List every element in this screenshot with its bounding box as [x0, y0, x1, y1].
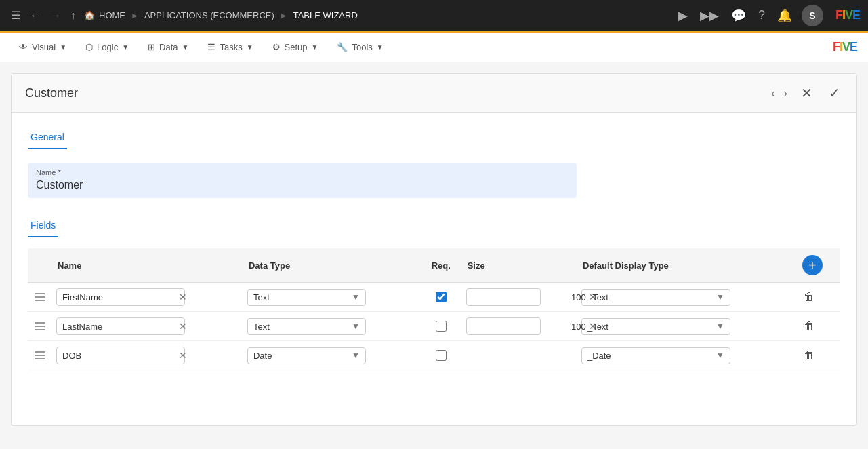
- data-type-select-wrapper: TextDateIntegerDecimalBoolean▼: [247, 347, 366, 364]
- fields-table-body: ✕TextDateIntegerDecimalBoolean▼✕_Text_Da…: [28, 283, 840, 370]
- display-type-select-wrapper: _Text_Date_Integer_Decimal▼: [581, 347, 730, 364]
- name-input[interactable]: [62, 351, 176, 361]
- delete-cell: 🗑: [797, 341, 840, 370]
- nav-tools-label: Tools: [352, 42, 372, 52]
- customer-form: Customer ‹ › ✕ ✓ General: [11, 73, 857, 426]
- name-clear-button[interactable]: ✕: [179, 321, 187, 332]
- nav-tasks[interactable]: ☰ Tasks ▼: [199, 38, 261, 56]
- size-input-wrapper: ✕: [466, 288, 541, 306]
- bell-icon[interactable]: 🔔: [774, 5, 795, 26]
- table-row: ✕TextDateIntegerDecimalBoolean▼✕_Text_Da…: [28, 312, 840, 341]
- main-area: Customer ‹ › ✕ ✓ General: [0, 62, 868, 449]
- name-field-container: Name * Customer: [28, 163, 840, 198]
- name-field-value[interactable]: Customer: [36, 179, 569, 191]
- size-input-wrapper: ✕: [466, 317, 541, 335]
- size-cell: ✕: [462, 283, 577, 312]
- delete-field-button[interactable]: 🗑: [801, 288, 817, 306]
- nav-visual[interactable]: 👁 Visual ▼: [11, 38, 75, 56]
- play-icon[interactable]: ▶: [676, 5, 690, 26]
- up-icon[interactable]: ↑: [68, 7, 79, 24]
- top-nav-actions: ▶ ▶▶ 💬 ? 🔔 S FIVE: [676, 5, 860, 26]
- delete-field-button[interactable]: 🗑: [801, 317, 817, 335]
- data-type-select[interactable]: TextDateIntegerDecimalBoolean: [253, 351, 352, 361]
- user-avatar[interactable]: S: [802, 5, 823, 26]
- required-checkbox[interactable]: [436, 321, 447, 332]
- data-type-select[interactable]: TextDateIntegerDecimalBoolean: [253, 321, 352, 332]
- data-type-select[interactable]: TextDateIntegerDecimalBoolean: [253, 292, 352, 302]
- nav-data[interactable]: ⊞ Data ▼: [140, 38, 197, 56]
- save-button[interactable]: ✓: [826, 82, 843, 104]
- required-checkbox-wrapper: [424, 321, 458, 332]
- nav-tools[interactable]: 🔧 Tools ▼: [329, 38, 391, 56]
- required-checkbox-wrapper: [424, 350, 458, 361]
- data-type-dropdown-icon: ▼: [352, 351, 360, 360]
- name-input[interactable]: [62, 292, 176, 302]
- tab-general-label: General: [30, 132, 64, 142]
- breadcrumb-table-wizard-label: TABLE WIZARD: [293, 10, 358, 20]
- breadcrumb-separator-2: ►: [280, 11, 288, 20]
- breadcrumb-table-wizard[interactable]: TABLE WIZARD: [293, 10, 358, 20]
- close-button[interactable]: ✕: [798, 82, 815, 104]
- forward-icon[interactable]: →: [47, 7, 64, 24]
- tasks-icon: ☰: [207, 42, 215, 52]
- size-input[interactable]: [472, 321, 586, 332]
- breadcrumb-separator-1: ►: [131, 11, 139, 20]
- nav-logic[interactable]: ⬡ Logic ▼: [77, 38, 137, 56]
- chat-icon[interactable]: 💬: [728, 5, 749, 26]
- data-icon: ⊞: [148, 42, 155, 52]
- prev-page-button[interactable]: ‹: [768, 83, 778, 103]
- required-checkbox[interactable]: [436, 350, 447, 361]
- breadcrumb-home[interactable]: 🏠 HOME: [84, 10, 125, 20]
- th-default-display-type: Default Display Type: [577, 248, 797, 283]
- display-type-select[interactable]: _Text_Date_Integer_Decimal: [587, 351, 716, 361]
- drag-handle[interactable]: [32, 319, 48, 333]
- form-header-actions: ✕ ✓: [798, 82, 843, 104]
- name-clear-button[interactable]: ✕: [179, 350, 187, 361]
- display-type-select[interactable]: _Text_Date_Integer_Decimal: [587, 321, 716, 332]
- add-field-button[interactable]: +: [802, 255, 823, 275]
- data-type-select-wrapper: TextDateIntegerDecimalBoolean▼: [247, 289, 366, 306]
- required-cell: [420, 283, 462, 312]
- data-type-cell: TextDateIntegerDecimalBoolean▼: [243, 341, 420, 370]
- display-type-cell: _Text_Date_Integer_Decimal▼: [577, 312, 797, 341]
- name-input[interactable]: [62, 321, 176, 332]
- form-title: Customer: [25, 86, 78, 100]
- form-pagination: ‹ ›: [768, 83, 790, 103]
- data-type-cell: TextDateIntegerDecimalBoolean▼: [243, 283, 420, 312]
- tab-fields[interactable]: Fields: [28, 214, 58, 237]
- drag-handle-cell: [28, 312, 52, 341]
- nav-setup[interactable]: ⚙ Setup ▼: [264, 38, 327, 56]
- required-cell: [420, 341, 462, 370]
- delete-field-button[interactable]: 🗑: [801, 347, 817, 364]
- hamburger-icon[interactable]: ☰: [8, 6, 23, 24]
- display-type-select[interactable]: _Text_Date_Integer_Decimal: [587, 292, 716, 302]
- th-data-type: Data Type: [243, 248, 420, 283]
- th-size: Size: [462, 248, 577, 283]
- help-icon[interactable]: ?: [756, 5, 768, 25]
- drag-handle[interactable]: [32, 349, 48, 362]
- required-checkbox[interactable]: [436, 292, 447, 302]
- next-page-button[interactable]: ›: [781, 83, 790, 103]
- tools-dropdown-icon: ▼: [377, 43, 384, 51]
- back-icon[interactable]: ←: [27, 7, 43, 24]
- rewind-icon[interactable]: ▶▶: [697, 5, 722, 26]
- setup-dropdown-icon: ▼: [312, 43, 318, 51]
- name-clear-button[interactable]: ✕: [179, 292, 187, 302]
- form-header: Customer ‹ › ✕ ✓: [12, 74, 856, 113]
- nav-setup-label: Setup: [285, 42, 308, 52]
- data-type-dropdown-icon: ▼: [352, 321, 360, 331]
- delete-cell: 🗑: [797, 312, 840, 341]
- data-type-select-wrapper: TextDateIntegerDecimalBoolean▼: [247, 318, 366, 335]
- name-field-wrapper: Name * Customer: [28, 163, 577, 198]
- nav-tasks-label: Tasks: [220, 42, 242, 52]
- drag-handle[interactable]: [32, 290, 48, 304]
- size-input[interactable]: [472, 292, 586, 302]
- tab-general[interactable]: General: [28, 126, 67, 149]
- nav-logic-label: Logic: [97, 42, 118, 52]
- th-add: +: [797, 248, 840, 283]
- main-tab-bar: General: [28, 126, 840, 149]
- form-body: General Name * Customer Fields: [12, 113, 856, 384]
- th-req: Req.: [420, 248, 462, 283]
- breadcrumb-applications[interactable]: APPLICATIONS (ECOMMERCE): [144, 10, 274, 20]
- fields-section: Fields Name Data Type Req. Size Default …: [28, 214, 840, 370]
